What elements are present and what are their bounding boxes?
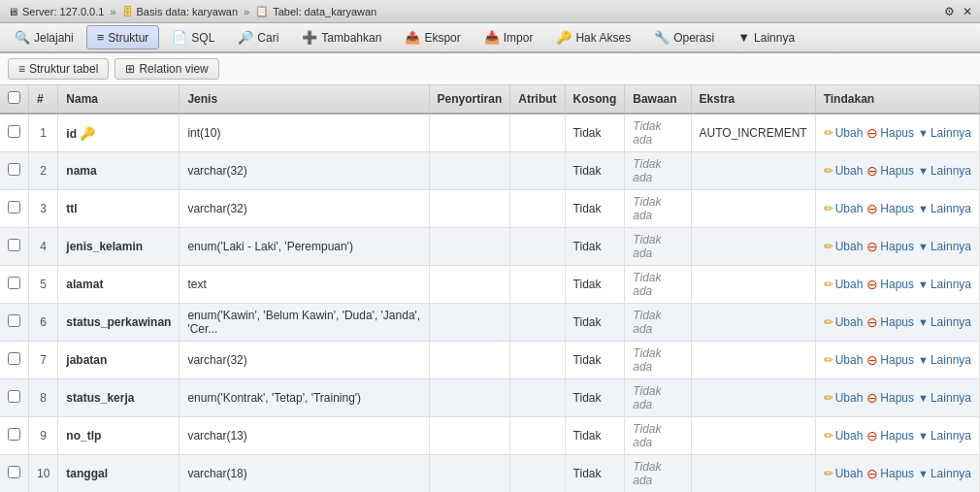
settings-icon[interactable]: ⚙ xyxy=(944,5,955,18)
hapus-link[interactable]: ⊖ Hapus xyxy=(866,466,914,481)
lainnya-link[interactable]: ▼ Lainnya xyxy=(918,353,971,367)
hapus-link[interactable]: ⊖ Hapus xyxy=(866,352,914,368)
row-ekstra xyxy=(691,342,815,379)
hapus-link[interactable]: ⊖ Hapus xyxy=(866,163,914,179)
row-penyortiran xyxy=(429,228,510,266)
row-kosong: Tidak xyxy=(565,266,625,304)
lainnya-link[interactable]: ▼ Lainnya xyxy=(918,429,971,443)
row-num: 8 xyxy=(29,379,58,417)
sub-struktur-tabel[interactable]: ≡ Struktur tabel xyxy=(8,58,109,80)
ubah-link[interactable]: ✏ Ubah xyxy=(824,467,864,480)
row-ekstra xyxy=(691,266,815,304)
nav-operasi[interactable]: 🔧 Operasi xyxy=(643,25,725,49)
row-checkbox[interactable] xyxy=(8,466,20,478)
nav-tambahkan[interactable]: ➕ Tambahkan xyxy=(291,25,392,49)
delete-icon: ⊖ xyxy=(866,239,878,254)
lainnya-link[interactable]: ▼ Lainnya xyxy=(918,467,971,480)
lainnya-link[interactable]: ▼ Lainnya xyxy=(918,278,971,291)
hapus-link[interactable]: ⊖ Hapus xyxy=(866,390,914,406)
lainnya-action-label: Lainnya xyxy=(931,391,971,405)
ubah-link[interactable]: ✏ Ubah xyxy=(824,164,864,178)
select-all-header xyxy=(0,85,29,114)
lainnya-link[interactable]: ▼ Lainnya xyxy=(918,202,971,215)
row-checkbox[interactable] xyxy=(8,352,20,365)
row-jenis: varchar(32) xyxy=(180,152,429,190)
ubah-link[interactable]: ✏ Ubah xyxy=(824,240,864,253)
hapus-link[interactable]: ⊖ Hapus xyxy=(866,125,914,141)
hapus-label: Hapus xyxy=(880,467,914,480)
row-tindakan: ✏ Ubah ⊖ Hapus ▼ Lainnya xyxy=(815,304,979,342)
lainnya-action-label: Lainnya xyxy=(931,315,971,329)
nav-lainnya[interactable]: ▼ Lainnya xyxy=(727,25,805,49)
row-ekstra: AUTO_INCREMENT xyxy=(691,114,815,152)
ubah-link[interactable]: ✏ Ubah xyxy=(824,353,864,367)
delete-icon: ⊖ xyxy=(866,390,878,406)
dropdown-arrow-icon: ▼ xyxy=(918,127,929,139)
lainnya-link[interactable]: ▼ Lainnya xyxy=(918,240,971,253)
row-checkbox[interactable] xyxy=(8,390,20,403)
nav-tambahkan-label: Tambahkan xyxy=(321,31,381,45)
nav-cari[interactable]: 🔎 Cari xyxy=(227,25,289,49)
row-ekstra xyxy=(691,152,815,190)
row-checkbox[interactable] xyxy=(8,277,20,289)
nav-hak-akses[interactable]: 🔑 Hak Akses xyxy=(545,25,641,49)
dropdown-arrow-icon: ▼ xyxy=(918,165,929,177)
row-num: 7 xyxy=(29,342,58,379)
ubah-link[interactable]: ✏ Ubah xyxy=(824,391,864,405)
delete-icon: ⊖ xyxy=(866,466,878,481)
hapus-link[interactable]: ⊖ Hapus xyxy=(866,201,914,216)
nav-ekspor-label: Ekspor xyxy=(424,31,460,45)
row-bawaan: Tidak ada xyxy=(625,342,691,379)
edit-icon: ✏ xyxy=(824,315,833,329)
ubah-link[interactable]: ✏ Ubah xyxy=(824,429,864,443)
nav-struktur[interactable]: ≡ Struktur xyxy=(86,25,160,49)
row-nama: status_perkawinan xyxy=(58,304,180,342)
lainnya-action-label: Lainnya xyxy=(931,164,971,178)
nav-jelajahi[interactable]: 🔍 Jelajahi xyxy=(4,25,84,49)
close-icon[interactable]: ✕ xyxy=(963,5,972,18)
edit-icon: ✏ xyxy=(824,353,833,367)
nav-sql[interactable]: 📄 SQL xyxy=(161,25,225,49)
ubah-label: Ubah xyxy=(835,164,864,178)
row-checkbox[interactable] xyxy=(8,201,20,213)
row-checkbox[interactable] xyxy=(8,125,20,138)
nav-ekspor[interactable]: 📤 Ekspor xyxy=(394,25,471,49)
ubah-link[interactable]: ✏ Ubah xyxy=(824,315,864,329)
row-bawaan: Tidak ada xyxy=(625,152,691,190)
ubah-link[interactable]: ✏ Ubah xyxy=(824,202,864,215)
row-num: 10 xyxy=(29,455,58,493)
nav-impor[interactable]: 📥 Impor xyxy=(474,25,544,49)
ubah-link[interactable]: ✏ Ubah xyxy=(824,126,864,140)
select-all-checkbox[interactable] xyxy=(8,91,20,104)
row-tindakan: ✏ Ubah ⊖ Hapus ▼ Lainnya xyxy=(815,379,979,417)
table-row: 4jenis_kelaminenum('Laki - Laki', 'Perem… xyxy=(0,228,980,266)
lainnya-link[interactable]: ▼ Lainnya xyxy=(918,164,971,178)
row-checkbox[interactable] xyxy=(8,428,20,441)
ubah-link[interactable]: ✏ Ubah xyxy=(824,278,864,291)
lainnya-link[interactable]: ▼ Lainnya xyxy=(918,391,971,405)
row-bawaan: Tidak ada xyxy=(625,304,691,342)
hapus-link[interactable]: ⊖ Hapus xyxy=(866,239,914,254)
hapus-link[interactable]: ⊖ Hapus xyxy=(866,428,914,443)
row-kosong: Tidak xyxy=(565,455,625,493)
ubah-label: Ubah xyxy=(835,353,864,367)
hapus-label: Hapus xyxy=(880,353,914,367)
table-row: 9no_tlpvarchar(13)TidakTidak ada ✏ Ubah … xyxy=(0,417,980,455)
hapus-link[interactable]: ⊖ Hapus xyxy=(866,277,914,292)
row-checkbox-cell xyxy=(0,114,29,152)
ubah-label: Ubah xyxy=(835,240,864,253)
hapus-link[interactable]: ⊖ Hapus xyxy=(866,314,914,330)
row-checkbox[interactable] xyxy=(8,239,20,251)
sub-nav: ≡ Struktur tabel ⊞ Relation view xyxy=(0,53,980,85)
lainnya-link[interactable]: ▼ Lainnya xyxy=(918,315,971,329)
sub-relation-view[interactable]: ⊞ Relation view xyxy=(114,58,218,80)
delete-icon: ⊖ xyxy=(866,352,878,368)
ubah-label: Ubah xyxy=(835,467,864,480)
lainnya-link[interactable]: ▼ Lainnya xyxy=(918,126,971,140)
row-checkbox[interactable] xyxy=(8,163,20,176)
struktur-tabel-icon: ≡ xyxy=(18,62,25,76)
row-num: 6 xyxy=(29,304,58,342)
row-num: 5 xyxy=(29,266,58,304)
ubah-label: Ubah xyxy=(835,315,864,329)
row-checkbox[interactable] xyxy=(8,314,20,327)
